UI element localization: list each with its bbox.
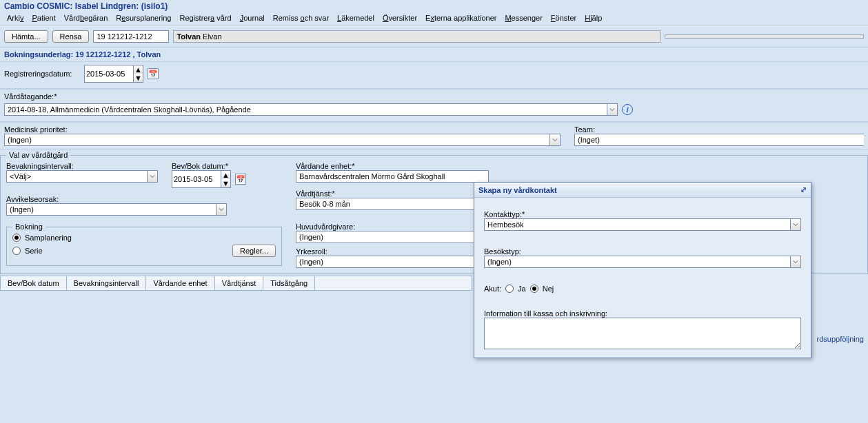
besokstyp-combo[interactable] [484, 256, 790, 268]
akut-nej-radio[interactable] [530, 285, 538, 293]
huvudvardgivare-input[interactable] [296, 231, 489, 243]
menu-patient[interactable]: Patient [32, 14, 55, 22]
chevron-down-icon[interactable] [147, 170, 158, 183]
team-combo[interactable] [574, 134, 864, 146]
bokning-fieldset: Bokning Samplanering Serie Regler... [6, 223, 282, 266]
menu-vardbegaran[interactable]: Vårdbegäran [64, 14, 108, 22]
tab-vardtjanst[interactable]: Vårdtjänst [215, 276, 264, 290]
samplanering-radio[interactable] [12, 234, 21, 242]
menu-journal[interactable]: Journal [240, 14, 265, 22]
result-tabs: Bev/Bok datum Bevakningsintervall Vårdan… [0, 276, 472, 291]
yrkesroll-label: Yrkesroll: [296, 247, 489, 256]
window-title: Cambio COSMIC: Isabel Lindgren: (isilo1) [0, 0, 868, 12]
popup-title: Skapa ny vårdkontakt [478, 186, 557, 194]
chevron-down-icon[interactable] [549, 134, 561, 146]
date-spinner[interactable]: ▲▼ [134, 65, 143, 83]
bevbok-datum-label: Bev/Bok datum:* [172, 162, 282, 170]
team-label: Team: [574, 125, 864, 134]
kontakttyp-combo[interactable] [484, 218, 790, 231]
bevakningsintervall-label: Bevakningsintervall: [6, 162, 158, 170]
bevbok-datum-input[interactable] [172, 170, 221, 188]
patient-extra-field [665, 34, 864, 39]
info-kassa-textarea[interactable] [484, 318, 801, 349]
menu-lakemedel[interactable]: Läkemedel [337, 14, 374, 22]
bevakningsintervall-combo[interactable] [6, 170, 147, 183]
section-title: Bokningsunderlag: 19 121212-1212 , Tolva… [0, 47, 868, 61]
tab-vardande-enhet[interactable]: Vårdande enhet [146, 276, 214, 290]
menu-resursplanering[interactable]: Resursplanering [116, 14, 171, 22]
menu-oversikter[interactable]: Översikter [383, 14, 417, 22]
chevron-down-icon[interactable] [790, 218, 801, 231]
menu-arkiv[interactable]: Arkiv [7, 14, 23, 22]
akut-ja-radio[interactable] [505, 285, 514, 293]
serie-radio[interactable] [12, 247, 21, 255]
info-icon[interactable]: i [622, 104, 633, 115]
medicinsk-prioritet-combo[interactable] [4, 134, 549, 146]
vardatagande-row: Vårdåtagande:* i [0, 89, 868, 122]
menu-externa[interactable]: Externa applikationer [425, 14, 496, 22]
tab-tidsatgang[interactable]: Tidsåtgång [263, 276, 315, 290]
besokstyp-label: Besökstyp: [484, 247, 801, 256]
vardtjanst-label: Vårdtjänst:* [296, 189, 489, 198]
tab-bevakningsintervall[interactable]: Bevakningsintervall [67, 276, 147, 290]
serie-label: Serie [25, 247, 43, 255]
cut-off-text: rdsuppföljning [813, 332, 869, 346]
rensa-button[interactable]: Rensa [52, 30, 90, 43]
medicinsk-prioritet-label: Medicinsk prioritet: [4, 125, 561, 134]
bokning-legend: Bokning [12, 223, 46, 231]
popup-expand-icon[interactable]: ⤢ [800, 185, 807, 194]
menu-remiss[interactable]: Remiss och svar [273, 14, 329, 22]
hamta-button[interactable]: Hämta... [4, 30, 48, 43]
kontakttyp-label: Kontakttyp:* [484, 210, 801, 218]
tab-bevbok-datum[interactable]: Bev/Bok datum [1, 276, 67, 290]
menu-messenger[interactable]: Messenger [505, 14, 542, 22]
menu-hjalp[interactable]: Hjälp [585, 14, 602, 22]
medprio-team-row: Medicinsk prioritet: Team: [0, 122, 868, 149]
registreringsdatum-input[interactable] [84, 65, 134, 83]
info-kassa-label: Information till kassa och inskrivning: [484, 309, 801, 318]
chevron-down-icon[interactable] [216, 203, 227, 216]
calendar-icon[interactable]: 📅 [148, 68, 159, 79]
huvudvardgivare-label: Huvudvårdgivare: [296, 223, 489, 231]
avvikelseorsak-label: Avvikelseorsak: [6, 195, 282, 203]
akut-ja-label: Ja [518, 285, 526, 293]
vardande-enhet-input[interactable] [296, 170, 489, 183]
registreringsdatum-label: Registreringsdatum: [4, 70, 80, 78]
fieldset-legend: Val av vårdåtgärd [6, 151, 70, 159]
patient-toolbar: Hämta... Rensa 19 121212-1212 Tolvan Elv… [0, 25, 868, 47]
menubar: Arkiv Patient Vårdbegäran Resursplanerin… [0, 12, 868, 25]
skapa-vardkontakt-popup: Skapa ny vårdkontakt ⤢ Kontakttyp:* Besö… [474, 182, 811, 358]
menu-fonster[interactable]: Fönster [551, 14, 576, 22]
vardatagande-combo[interactable] [4, 103, 607, 116]
patient-name-field: Tolvan Elvan [173, 30, 660, 43]
yrkesroll-input[interactable] [296, 256, 489, 268]
akut-nej-label: Nej [543, 285, 554, 293]
regler-button[interactable]: Regler... [232, 245, 276, 257]
vardtjanst-input[interactable] [296, 198, 489, 210]
date-spinner[interactable]: ▲▼ [221, 170, 231, 188]
chevron-down-icon[interactable] [790, 256, 801, 268]
samplanering-label: Samplanering [25, 234, 72, 242]
calendar-icon[interactable]: 📅 [235, 174, 246, 185]
registreringsdatum-row: Registreringsdatum: ▲▼ 📅 [0, 61, 868, 89]
avvikelseorsak-combo[interactable] [6, 203, 216, 216]
chevron-down-icon[interactable] [607, 103, 618, 116]
personnummer-field[interactable]: 19 121212-1212 [93, 30, 169, 43]
vardatagande-label: Vårdåtagande:* [4, 92, 66, 101]
akut-label: Akut: [484, 285, 501, 293]
vardande-enhet-label: Vårdande enhet:* [296, 162, 489, 170]
menu-registrera-vard[interactable]: Registrera vård [179, 14, 231, 22]
